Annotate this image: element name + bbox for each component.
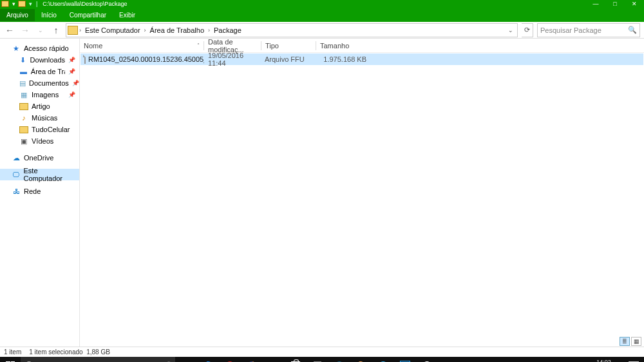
folder-icon <box>19 126 28 133</box>
ribbon-tab-share[interactable]: Compartilhar <box>63 9 113 21</box>
column-header-date[interactable]: Data de modificaç... <box>204 38 261 53</box>
close-button[interactable]: ✕ <box>625 0 644 8</box>
ribbon-tab-home[interactable]: Início <box>35 9 63 21</box>
sidebar-item-label: Vídeos <box>32 137 53 145</box>
window-title: C:\Users\walla\Desktop\Package <box>43 1 127 7</box>
sidebar-item-videos[interactable]: ▣ Vídeos <box>0 135 79 147</box>
minimize-button[interactable]: — <box>586 0 605 8</box>
sidebar-network[interactable]: 🖧 Rede <box>0 186 79 197</box>
pin-icon: 📌 <box>68 91 77 98</box>
file-list: Nome ˄ Data de modificaç... Tipo Tamanho… <box>80 39 644 347</box>
video-icon: ▣ <box>19 137 28 145</box>
qat-folder-icon[interactable] <box>1 1 9 7</box>
chevron-right-icon[interactable]: › <box>208 27 210 33</box>
taskbar-calculator[interactable] <box>307 357 328 362</box>
taskbar-app-1[interactable] <box>328 357 350 362</box>
taskbar-store[interactable] <box>285 357 307 362</box>
qat-folder2-icon[interactable] <box>18 1 26 7</box>
monitor-icon: 🖵 <box>12 171 21 178</box>
ribbon: Arquivo Início Compartilhar Exibir <box>0 8 644 22</box>
sidebar-item-documents[interactable]: ▤ Documentos 📌 <box>0 77 79 89</box>
title-sep: | <box>35 1 39 7</box>
clock-time: 14:02 <box>589 359 618 362</box>
desktop-icon: ▬ <box>19 68 28 75</box>
up-button[interactable]: ↑ <box>50 24 62 36</box>
crumb-desktop[interactable]: Área de Trabalho <box>147 26 207 34</box>
sidebar-label: Rede <box>24 187 41 195</box>
ribbon-tab-file[interactable]: Arquivo <box>0 9 35 21</box>
forward-button[interactable]: → <box>19 24 31 36</box>
file-row[interactable]: RM1045_02540.00019.15236.45005_RETAIL...… <box>80 53 643 65</box>
chevron-right-icon[interactable]: › <box>144 27 146 33</box>
status-selection: 1 item selecionado 1,88 GB <box>29 348 110 356</box>
qat-overflow-icon[interactable]: ▾ <box>28 1 33 7</box>
search-icon[interactable]: 🔍 <box>628 26 637 34</box>
taskbar-paint[interactable]: 🎨 <box>350 357 372 362</box>
system-tray: ˄ ᚼ ⚞ ▮ 🔊 POR 14:02 08/07/2016 1 <box>511 359 644 362</box>
history-dropdown-icon[interactable]: ⌄ <box>35 24 46 36</box>
crumb-package[interactable]: Package <box>211 26 244 34</box>
view-details-button[interactable]: ≣ <box>620 337 630 346</box>
images-icon: ▦ <box>19 91 28 99</box>
sidebar-quick-access[interactable]: ★ Acesso rápido <box>0 43 79 54</box>
qat-dropdown-icon[interactable]: ▾ <box>11 1 16 7</box>
back-button[interactable]: ← <box>4 24 15 36</box>
sidebar-item-label: TudoCelular <box>32 126 70 133</box>
refresh-button[interactable]: ⟳ <box>522 23 533 37</box>
column-header-size[interactable]: Tamanho <box>316 42 372 50</box>
file-name: RM1045_02540.00019.15236.45005_RETAIL... <box>88 55 204 63</box>
sidebar-item-label: Músicas <box>32 114 57 122</box>
sidebar-label: Acesso rápido <box>24 44 69 52</box>
pin-icon: 📌 <box>68 68 77 75</box>
caption-buttons: — □ ✕ <box>586 0 644 8</box>
sort-asc-icon: ˄ <box>197 43 200 48</box>
chevron-right-icon[interactable]: › <box>79 27 81 33</box>
nav-pane: ★ Acesso rápido ⬇ Downloads 📌 ▬ Área de … <box>0 39 80 347</box>
cloud-icon: ☁ <box>12 154 21 162</box>
sidebar-this-pc[interactable]: 🖵 Este Computador <box>0 169 79 180</box>
taskbar-apps: 🎨 ➤ Ps ✔ <box>175 357 438 362</box>
breadcrumb[interactable]: › Este Computador › Área de Trabalho › P… <box>66 23 518 37</box>
taskbar: Pergunte-me alguma coisa 🎤 🎨 ➤ Ps ✔ ˄ ᚼ … <box>0 357 644 362</box>
sidebar-label: Este Computador <box>24 167 77 182</box>
sidebar-item-music[interactable]: ♪ Músicas <box>0 112 79 124</box>
breadcrumb-folder-icon <box>68 26 78 35</box>
sidebar-item-images[interactable]: ▦ Imagens 📌 <box>0 89 79 100</box>
taskbar-opera[interactable] <box>219 357 241 362</box>
ribbon-tab-view[interactable]: Exibir <box>113 9 142 21</box>
sidebar-onedrive[interactable]: ☁ OneDrive <box>0 152 79 164</box>
address-dropdown-icon[interactable]: ⌄ <box>506 27 516 33</box>
pin-icon: 📌 <box>72 80 80 86</box>
taskbar-edge[interactable] <box>197 357 219 362</box>
taskbar-app-2[interactable]: ✔ <box>416 357 438 362</box>
column-headers: Nome ˄ Data de modificaç... Tipo Tamanho <box>80 39 644 53</box>
view-large-icons-button[interactable]: ▦ <box>631 337 641 346</box>
taskbar-photoshop[interactable]: Ps <box>394 357 416 362</box>
column-header-name[interactable]: Nome ˄ <box>80 42 204 50</box>
sidebar-item-label: Documentos <box>29 79 69 87</box>
taskbar-explorer[interactable] <box>263 357 285 362</box>
cortana-search-input[interactable]: Pergunte-me alguma coisa 🎤 <box>21 357 175 362</box>
crumb-this-pc[interactable]: Este Computador <box>82 26 143 34</box>
body: ★ Acesso rápido ⬇ Downloads 📌 ▬ Área de … <box>0 39 644 347</box>
sidebar-item-downloads[interactable]: ⬇ Downloads 📌 <box>0 54 79 66</box>
column-header-type[interactable]: Tipo <box>261 42 316 50</box>
search-placeholder: Pesquisar Package <box>540 26 628 34</box>
status-selection-text: 1 item selecionado <box>29 348 82 356</box>
task-view-button[interactable] <box>175 357 197 362</box>
start-button[interactable] <box>0 357 21 362</box>
taskbar-telegram[interactable]: ➤ <box>372 357 394 362</box>
sidebar-item-artigo[interactable]: Artigo <box>0 100 79 112</box>
maximize-button[interactable]: □ <box>605 0 625 8</box>
sidebar-item-label: Downloads <box>30 56 65 64</box>
sidebar-item-label: Artigo <box>32 102 50 110</box>
sidebar-item-label: Imagens <box>32 91 59 99</box>
status-item-count: 1 item <box>4 348 21 356</box>
search-input[interactable]: Pesquisar Package 🔍 <box>537 23 640 37</box>
view-switcher: ≣ ▦ <box>80 336 644 347</box>
sidebar-item-desktop[interactable]: ▬ Área de Trabalho 📌 <box>0 66 79 77</box>
taskbar-firefox[interactable] <box>241 357 263 362</box>
clock[interactable]: 14:02 08/07/2016 <box>587 359 621 362</box>
document-icon: ▤ <box>19 79 26 87</box>
sidebar-item-tudocelular[interactable]: TudoCelular <box>0 124 79 135</box>
